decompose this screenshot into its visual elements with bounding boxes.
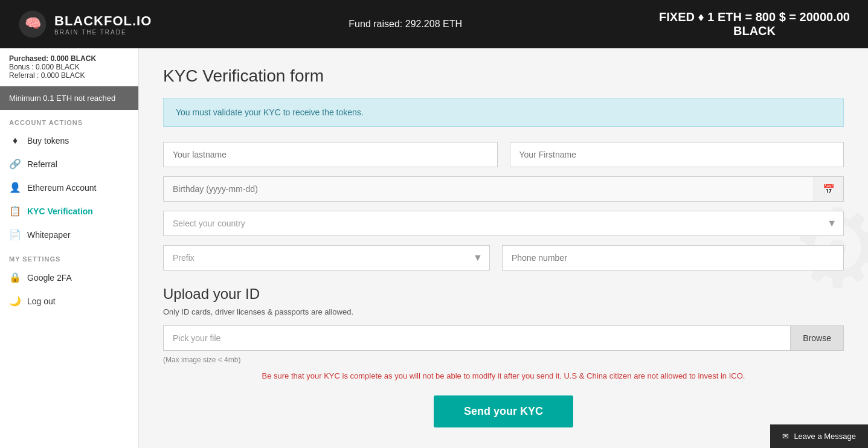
calendar-icon: 📅	[823, 184, 835, 194]
layout: Purchased: 0.000 BLACK Bonus : 0.000 BLA…	[0, 48, 868, 448]
user-icon: 👤	[9, 182, 21, 193]
upload-section: Upload your ID Only ID cards, driver lic…	[163, 286, 844, 427]
logo-text: BLACKFOL.IO BRAIN THE TRADE	[54, 13, 152, 36]
file-input-display: Pick your file	[164, 326, 790, 350]
rate-line1-text: FIXED ♦ 1 ETH = 800 $ = 20000.00	[659, 10, 850, 24]
warning-text: Be sure that your KYC is complete as you…	[163, 371, 844, 380]
logo-name: BLACKFOL.IO	[54, 13, 152, 29]
account-info: Purchased: 0.000 BLACK Bonus : 0.000 BLA…	[0, 48, 138, 86]
sidebar-label-ethereum-account: Ethereum Account	[27, 183, 96, 193]
birthday-row: 📅	[163, 176, 844, 202]
purchased-label: Purchased: 0.000 BLACK	[9, 54, 129, 63]
prefix-wrapper: Prefix ▼	[163, 245, 490, 270]
lock-icon: 🔒	[9, 272, 21, 283]
account-actions-label: ACCOUNT ACTIONS	[0, 110, 138, 129]
sidebar-label-google-2fa: Google 2FA	[27, 273, 72, 283]
logo-tagline: BRAIN THE TRADE	[54, 29, 152, 36]
upload-title: Upload your ID	[163, 286, 844, 302]
upload-desc: Only ID cards, driver licenses & passpor…	[163, 307, 844, 316]
leave-message-label: Leave a Message	[794, 432, 856, 441]
page-title: KYC Verification form	[163, 66, 844, 86]
firstname-input[interactable]	[510, 142, 844, 167]
rate-line1: FIXED ♦ 1 ETH = 800 $ = 20000.00	[659, 10, 850, 24]
kyc-notice-text: You must validate your KYC to receive th…	[176, 107, 364, 117]
sidebar-label-referral: Referral	[27, 159, 57, 169]
diamond-icon: ♦	[9, 135, 21, 146]
leave-message-button[interactable]: ✉ Leave a Message	[770, 424, 868, 448]
sidebar-item-buy-tokens[interactable]: ♦ Buy tokens	[0, 129, 138, 152]
phone-row: Prefix ▼	[163, 245, 844, 270]
sidebar-alert: Minimum 0.1 ETH not reached	[0, 86, 138, 110]
country-row: Select your country ▼	[163, 211, 844, 236]
kyc-icon: 📋	[9, 205, 21, 217]
phone-input[interactable]	[502, 245, 844, 270]
link-icon: 🔗	[9, 158, 21, 170]
sidebar: Purchased: 0.000 BLACK Bonus : 0.000 BLA…	[0, 48, 139, 448]
sidebar-label-kyc-verification: KYC Verification	[27, 206, 93, 216]
file-size-note: (Max image size < 4mb)	[163, 356, 844, 364]
country-wrapper: Select your country ▼	[163, 211, 844, 236]
prefix-select[interactable]: Prefix	[163, 245, 490, 270]
main-content: ⚙ KYC Verification form You must validat…	[139, 48, 868, 448]
kyc-notice: You must validate your KYC to receive th…	[163, 98, 844, 127]
logo-area: 🧠 BLACKFOL.IO BRAIN THE TRADE	[18, 10, 152, 39]
sidebar-item-referral[interactable]: 🔗 Referral	[0, 152, 138, 176]
birthday-input[interactable]	[163, 176, 814, 202]
browse-button[interactable]: Browse	[790, 326, 843, 350]
doc-icon: 📄	[9, 229, 21, 240]
sidebar-item-kyc-verification[interactable]: 📋 KYC Verification	[0, 199, 138, 223]
name-row	[163, 142, 844, 167]
logo-icon: 🧠	[18, 10, 47, 39]
envelope-icon: ✉	[782, 432, 789, 441]
file-row: Pick your file Browse	[163, 325, 844, 351]
moon-icon: 🌙	[9, 295, 21, 307]
send-kyc-button[interactable]: Send your KYC	[434, 395, 573, 427]
sidebar-item-google-2fa[interactable]: 🔒 Google 2FA	[0, 266, 138, 289]
calendar-button[interactable]: 📅	[814, 176, 844, 202]
rate-line2: BLACK	[659, 24, 850, 38]
sidebar-label-whitepaper: Whitepaper	[27, 230, 71, 240]
sidebar-item-whitepaper[interactable]: 📄 Whitepaper	[0, 223, 138, 246]
bonus-label: Bonus : 0.000 BLACK	[9, 63, 129, 71]
svg-text:🧠: 🧠	[25, 15, 42, 31]
sidebar-item-ethereum-account[interactable]: 👤 Ethereum Account	[0, 176, 138, 199]
sidebar-label-log-out: Log out	[27, 296, 56, 306]
lastname-input[interactable]	[163, 142, 498, 167]
sidebar-label-buy-tokens: Buy tokens	[27, 136, 69, 146]
referral-label: Referral : 0.000 BLACK	[9, 71, 129, 80]
country-select[interactable]: Select your country	[163, 211, 844, 236]
header: 🧠 BLACKFOL.IO BRAIN THE TRADE Fund raise…	[0, 0, 868, 48]
sidebar-item-log-out[interactable]: 🌙 Log out	[0, 289, 138, 313]
my-settings-label: MY SETTINGS	[0, 246, 138, 266]
fund-raised: Fund raised: 292.208 ETH	[349, 19, 462, 30]
rate-info: FIXED ♦ 1 ETH = 800 $ = 20000.00 BLACK	[659, 10, 850, 38]
